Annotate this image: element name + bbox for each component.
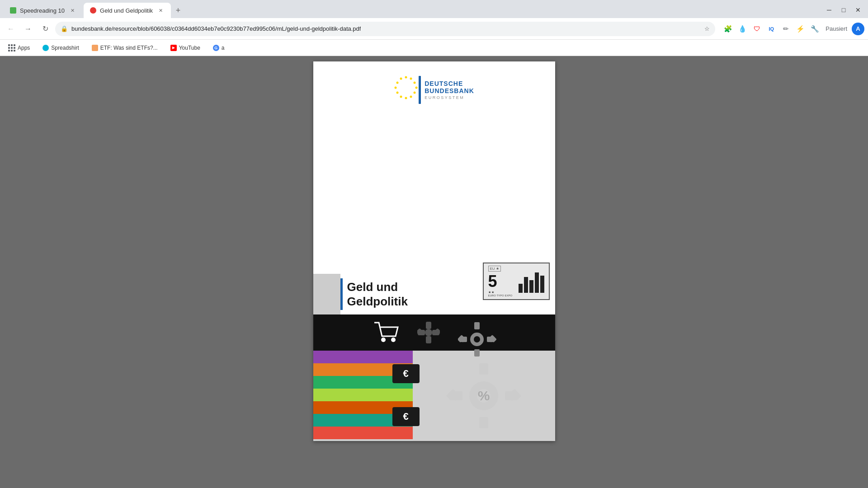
bookmark-google-label: a xyxy=(222,45,225,51)
address-bar: bundesbank.de/resource/blob/606038/c0364… xyxy=(71,25,361,32)
close-button[interactable]: ✕ xyxy=(852,4,864,16)
bar4 xyxy=(535,272,539,293)
shopping-cart-icon xyxy=(372,320,399,345)
title-with-bar: Geld und Geldpolitik xyxy=(340,274,408,314)
window-controls: ─ □ ✕ xyxy=(823,4,864,16)
svg-point-22 xyxy=(474,336,480,343)
iq-icon[interactable]: IQ xyxy=(765,23,778,35)
browser-window: Speedreading 10 ✕ Geld und Geldpolitik ✕… xyxy=(0,0,868,488)
gray-left-strip xyxy=(313,274,340,314)
title-bar: Speedreading 10 ✕ Geld und Geldpolitik ✕… xyxy=(0,0,868,18)
percent-text: % xyxy=(478,388,490,404)
address-bar-container[interactable]: 🔒 bundesbank.de/resource/blob/606038/c03… xyxy=(55,22,715,36)
bookmark-star-icon[interactable]: ☆ xyxy=(704,25,710,32)
pdf-page: DEUTSCHE BUNDESBANK EUROSYSTEM Geld und … xyxy=(313,61,555,441)
pdf-title-line2: Geldpolitik xyxy=(347,294,408,309)
svg-rect-23 xyxy=(474,322,480,329)
spreadshirt-favicon xyxy=(42,45,49,51)
title-blue-bar xyxy=(340,278,343,310)
bookmark-youtube-label: YouTube xyxy=(179,45,200,51)
banknote-left: EU ★ 5 ★ ★ EURO TYPO EXPO xyxy=(486,266,519,297)
color-bar-red xyxy=(313,427,413,439)
svg-rect-33 xyxy=(479,363,488,375)
svg-rect-24 xyxy=(474,349,480,357)
tab-label-speedreading: Speedreading 10 xyxy=(20,7,65,14)
svg-point-0 xyxy=(405,76,407,79)
minimize-button[interactable]: ─ xyxy=(823,4,835,16)
forward-button[interactable]: → xyxy=(21,22,35,36)
svg-point-1 xyxy=(410,78,412,80)
new-tab-button[interactable]: + xyxy=(172,4,184,17)
tab-close-speedreading[interactable]: ✕ xyxy=(68,6,76,14)
extensions-icon[interactable]: 🧩 xyxy=(722,23,734,35)
extra-icon[interactable]: 🔧 xyxy=(808,23,821,35)
bookmark-spreadshirt[interactable]: Spreadshirt xyxy=(40,43,81,53)
banknote-bar-chart xyxy=(519,270,544,293)
svg-rect-19 xyxy=(417,329,422,334)
title-text: Geld und Geldpolitik xyxy=(347,278,408,310)
bookmark-etf-label: ETF: Was sind ETFs?... xyxy=(100,45,158,51)
raindrop-icon[interactable]: 💧 xyxy=(736,23,749,35)
pdf-black-banner xyxy=(313,314,555,351)
reload-button[interactable]: ↻ xyxy=(38,22,52,36)
etf-favicon xyxy=(92,45,98,51)
paused-badge[interactable]: Pausiert xyxy=(823,23,850,34)
content-area: DEUTSCHE BUNDESBANK EUROSYSTEM Geld und … xyxy=(0,56,868,488)
apps-grid-icon xyxy=(8,44,15,52)
toolbar-icons: 🧩 💧 🛡 IQ ✏ ⚡ 🔧 Pausiert A xyxy=(722,23,864,35)
bookmark-apps[interactable]: Apps xyxy=(5,42,33,53)
tab-speedreading[interactable]: Speedreading 10 ✕ xyxy=(4,3,83,18)
profile-button[interactable]: A xyxy=(852,23,864,35)
maximize-button[interactable]: □ xyxy=(837,4,850,16)
svg-point-11 xyxy=(400,78,402,80)
tab-favicon-speedreading xyxy=(10,7,16,14)
svg-rect-16 xyxy=(427,337,430,343)
logo-line2: BUNDESBANK xyxy=(425,87,474,94)
svg-rect-20 xyxy=(435,329,440,334)
svg-point-12 xyxy=(381,338,386,342)
bookmark-youtube[interactable]: ▶ YouTube xyxy=(168,43,203,53)
gear-small-icon xyxy=(417,321,440,344)
gear-large-icon xyxy=(458,320,496,359)
tab-favicon-geldpolitik xyxy=(90,7,96,14)
logo-blue-bar xyxy=(419,76,421,104)
pdf-title-line1: Geld und xyxy=(347,280,408,295)
tab-geldpolitik[interactable]: Geld und Geldpolitik ✕ xyxy=(84,3,171,18)
svg-point-2 xyxy=(414,82,416,84)
svg-point-5 xyxy=(410,96,412,98)
banknote: EU ★ 5 ★ ★ EURO TYPO EXPO xyxy=(483,263,550,300)
eu-stars-svg xyxy=(394,75,419,104)
bookmark-spreadshirt-label: Spreadshirt xyxy=(51,45,79,51)
svg-point-4 xyxy=(414,92,416,94)
svg-point-3 xyxy=(415,87,418,89)
bar5 xyxy=(540,276,544,293)
bookmark-google[interactable]: G a xyxy=(210,43,227,53)
svg-point-6 xyxy=(405,97,407,99)
svg-point-13 xyxy=(391,338,396,342)
tab-label-geldpolitik: Geld und Geldpolitik xyxy=(100,7,153,14)
tab-close-geldpolitik[interactable]: ✕ xyxy=(156,6,165,14)
svg-rect-34 xyxy=(479,417,488,428)
bar2 xyxy=(524,277,528,293)
gear-percent-section: % xyxy=(413,351,555,441)
pdf-bottom-section: € € xyxy=(313,351,555,441)
pdf-title-area: Geld und Geldpolitik EU ★ 5 ★ ★ EURO TYP… xyxy=(313,269,555,314)
banknote-bottom-label: EURO TYPO EXPO xyxy=(488,294,513,297)
google-favicon: G xyxy=(213,45,219,51)
gear-percent-container: % xyxy=(445,357,522,434)
color-bar-purple xyxy=(313,351,413,363)
logo-line3: EUROSYSTEM xyxy=(425,95,474,100)
back-button[interactable]: ← xyxy=(4,22,18,36)
youtube-favicon: ▶ xyxy=(170,45,177,51)
euro-badge-top: € xyxy=(392,364,420,383)
pdf-top-area: DEUTSCHE BUNDESBANK EUROSYSTEM xyxy=(313,61,555,269)
color-bar-lime xyxy=(313,389,413,401)
fire-icon[interactable]: 🛡 xyxy=(750,23,763,35)
svg-point-10 xyxy=(396,82,399,84)
lightning-icon[interactable]: ⚡ xyxy=(794,23,807,35)
svg-point-14 xyxy=(425,329,432,336)
lock-icon: 🔒 xyxy=(61,25,68,32)
pen-icon[interactable]: ✏ xyxy=(779,23,792,35)
banknote-star-row: ★ ★ xyxy=(488,291,495,294)
bookmark-etf[interactable]: ETF: Was sind ETFs?... xyxy=(89,43,160,53)
